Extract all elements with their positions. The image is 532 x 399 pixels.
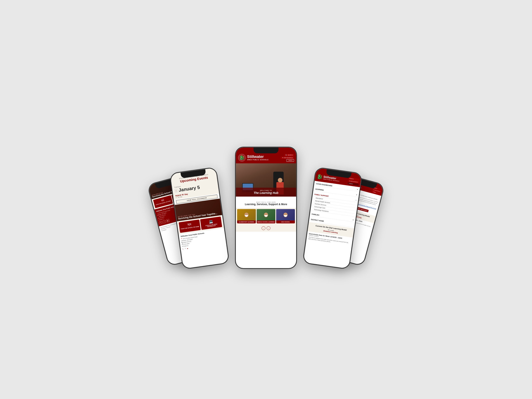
svg-text:🐉: 🐉 [239, 155, 245, 160]
clock-icon: ⏱ [176, 196, 177, 198]
scene: WE'RE HERE FOR YOU Surviving the School … [152, 127, 380, 272]
center-content: 🐉 Stillwater AREA PUBLIC SCHOOLS 🔍 SEARC… [236, 147, 296, 268]
notch-center [253, 147, 279, 153]
elementary-card[interactable]: ELEMENTARY LEARNING [237, 209, 256, 223]
date-prev-arrow[interactable]: ‹ [174, 189, 177, 192]
school-name-big: Stillwater [247, 155, 268, 159]
high-photo [276, 209, 295, 221]
tech-icon-l1: 💻 [209, 219, 213, 224]
elementary-photo [237, 209, 256, 221]
plus-icon-3: + [353, 219, 354, 221]
high-bg [276, 209, 295, 221]
elem-bg [237, 209, 256, 221]
food-icon-l1: 🍽 [188, 222, 191, 227]
hub-title: The Learning Hub [238, 191, 294, 195]
center-hero-text: WELCOME TO The Learning Hub [236, 188, 296, 196]
center-nav-dots: ‹ › [236, 225, 296, 232]
elem-face [244, 213, 248, 217]
next-arrow[interactable]: › [267, 226, 270, 230]
center-school-name: Stillwater AREA PUBLIC SCHOOLS [247, 155, 268, 160]
center-cards: ELEMENTARY LEARNING MIDDLE SCHOOL LEARNI… [236, 208, 296, 225]
middle-photo [257, 209, 275, 221]
middle-bg [257, 209, 275, 221]
right1-dragon-icon: 🐉 [317, 174, 323, 180]
center-logo-area: 🐉 Stillwater AREA PUBLIC SCHOOLS [238, 154, 268, 162]
youtube-icon[interactable]: ▶ [166, 219, 170, 222]
welcome-to-label: WELCOME TO [238, 190, 294, 191]
center-white-strip [236, 196, 296, 200]
search-icon: 🔍 [285, 154, 287, 156]
plus-icon-2: + [356, 194, 357, 196]
menu-nav-item[interactable]: ≡ MENU [286, 159, 294, 162]
center-hero: WELCOME TO The Learning Hub [236, 163, 296, 196]
plus-icon: + [357, 189, 358, 190]
facebook-icon[interactable]: f [163, 220, 166, 223]
our-schools-nav-item[interactable]: ▼ OUR SCHOOLS [281, 157, 294, 159]
prev-arrow[interactable]: ‹ [262, 226, 265, 230]
center-find-section: WHAT YOU'LL FIND HERE Learning, Services… [236, 200, 296, 208]
middle-card[interactable]: MIDDLE SCHOOL LEARNING [257, 209, 275, 223]
services-text: Learning, Services, Support & More [238, 203, 294, 206]
food-card[interactable]: 🍽 FOOD FOR SCHOOL OR HOME [179, 219, 201, 233]
twitter-icon[interactable]: 𝕏 [159, 221, 163, 224]
search-nav-item[interactable]: 🔍 SEARCH [284, 154, 294, 156]
search-label: SEARCH [288, 154, 293, 156]
minus-icon: − [355, 199, 357, 201]
phone-center: 🐉 Stillwater AREA PUBLIC SCHOOLS 🔍 SEARC… [236, 147, 296, 268]
center-nav: 🔍 SEARCH ▼ OUR SCHOOLS ≡ MENU [281, 154, 294, 162]
menu-label: ≡ MENU [288, 160, 293, 161]
middle-face [264, 213, 268, 217]
high-card[interactable]: HIGH SCHOOL [276, 209, 295, 223]
tech-card-label-l1: STRUGGLING WITH TECHNOLOGY [202, 223, 221, 228]
yt-icon[interactable]: ▶ [187, 247, 188, 249]
high-face [284, 213, 288, 217]
tw-icon[interactable]: 𝕏 [182, 248, 184, 250]
our-schools-label: ▼ OUR SCHOOLS [282, 157, 293, 158]
school-name-sub: AREA PUBLIC SCHOOLS [247, 159, 268, 161]
food-icon: 🍽 [161, 198, 164, 202]
elementary-label: ELEMENTARY LEARNING [237, 221, 256, 223]
high-label: HIGH SCHOOL [276, 221, 295, 223]
tech-card[interactable]: 💻 STRUGGLING WITH TECHNOLOGY [200, 216, 222, 230]
dragon-svg: 🐉 [238, 154, 246, 162]
food-card-label-l1: FOOD FOR SCHOOL OR HOME [181, 226, 199, 230]
middle-label: MIDDLE SCHOOL LEARNING [257, 221, 275, 223]
dragon-logo: 🐉 [238, 154, 246, 162]
fb-icon[interactable]: f [185, 248, 186, 249]
right1-nav: SEARCH ▼ OUR SCHOOLS ✕ MENU [348, 177, 360, 186]
